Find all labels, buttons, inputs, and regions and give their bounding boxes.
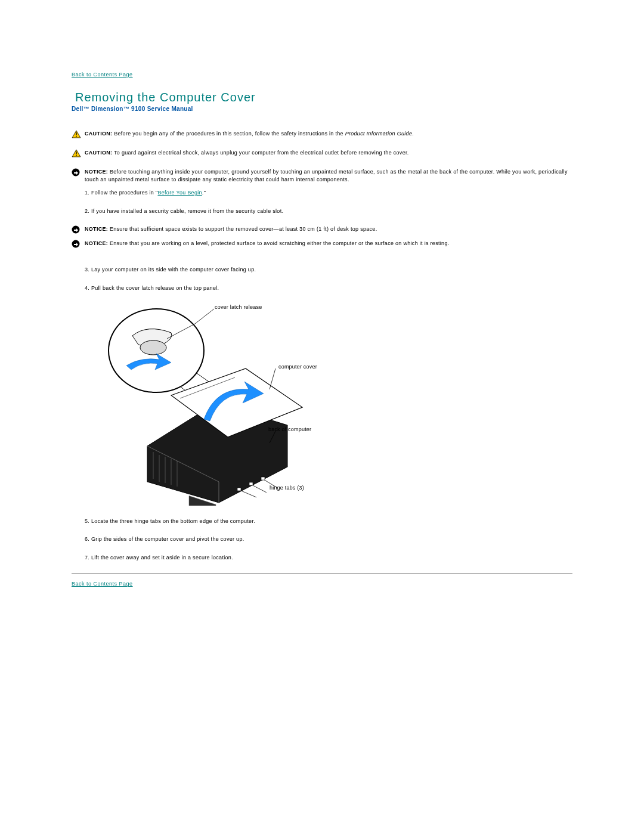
caution-text-2: CAUTION: To guard against electrical sho… — [85, 149, 572, 157]
step1-before: 1. Follow the procedures in " — [85, 190, 157, 196]
svg-rect-5 — [76, 155, 76, 156]
diagram-svg — [91, 303, 389, 506]
before-you-begin-link[interactable]: Before You Begin — [157, 190, 202, 196]
svg-rect-4 — [76, 151, 76, 154]
svg-rect-1 — [76, 132, 76, 135]
step-3: 3. Lay your computer on its side with th… — [85, 266, 572, 274]
caution-row-2: CAUTION: To guard against electrical sho… — [72, 149, 572, 157]
notice-text-3: NOTICE: Ensure that you are working on a… — [85, 240, 572, 247]
divider — [72, 573, 572, 574]
notice-row-3: NOTICE: Ensure that you are working on a… — [72, 240, 572, 248]
steps-list: 1. Follow the procedures in "Before You … — [72, 189, 572, 215]
cover-removal-diagram: cover latch release computer cover back … — [91, 303, 389, 506]
caution-icon — [72, 130, 82, 138]
svg-rect-28 — [249, 482, 253, 485]
notice-label: NOTICE: — [85, 169, 108, 175]
steps-list-cont1: 3. Lay your computer on its side with th… — [72, 266, 572, 292]
svg-line-26 — [240, 490, 256, 497]
caution-italic: Product Information Guide — [345, 131, 413, 137]
label-cover-latch: cover latch release — [215, 304, 262, 310]
step-5: 5. Locate the three hinge tabs on the bo… — [85, 518, 572, 525]
manual-subtitle: Dell™ Dimension™ 9100 Service Manual — [72, 106, 572, 112]
back-to-contents-link-top[interactable]: Back to Contents Page — [72, 72, 133, 78]
caution-text-after: . — [412, 131, 414, 137]
label-hinge-tabs: hinge tabs (3) — [270, 485, 304, 491]
step1-after: ." — [202, 190, 206, 196]
svg-line-25 — [252, 485, 267, 493]
steps-list-cont2: 5. Locate the three hinge tabs on the bo… — [72, 518, 572, 562]
notice1-text: Before touching anything inside your com… — [85, 169, 568, 182]
caution-label: CAUTION: — [85, 131, 112, 137]
back-to-contents-link-bottom[interactable]: Back to Contents Page — [72, 581, 133, 587]
caution-text-1: CAUTION: Before you begin any of the pro… — [85, 130, 572, 138]
notice-label: NOTICE: — [85, 226, 108, 232]
notice-icon — [72, 168, 82, 176]
step-7: 7. Lift the cover away and set it aside … — [85, 554, 572, 562]
notice-icon — [72, 240, 82, 248]
step-2: 2. If you have installed a security cabl… — [85, 208, 572, 215]
notice-icon — [72, 225, 82, 234]
caution-label: CAUTION: — [85, 150, 112, 156]
notice-label: NOTICE: — [85, 240, 108, 246]
svg-line-20 — [195, 309, 214, 324]
step-4: 4. Pull back the cover latch release on … — [85, 284, 572, 292]
notice-row-1: NOTICE: Before touching anything inside … — [72, 168, 572, 183]
svg-rect-2 — [76, 136, 76, 137]
caution-text-before: Before you begin any of the procedures i… — [112, 131, 345, 137]
caution-row-1: CAUTION: Before you begin any of the pro… — [72, 130, 572, 138]
label-back-of-computer: back of computer — [268, 426, 311, 432]
svg-line-22 — [270, 368, 275, 389]
step-1: 1. Follow the procedures in "Before You … — [85, 189, 572, 197]
step-6: 6. Grip the sides of the computer cover … — [85, 535, 572, 543]
caution2-text: To guard against electrical shock, alway… — [112, 150, 408, 156]
svg-rect-27 — [261, 477, 265, 480]
notice3-text: Ensure that you are working on a level, … — [108, 240, 449, 246]
notice-text-2: NOTICE: Ensure that sufficient space exi… — [85, 225, 572, 233]
label-computer-cover: computer cover — [278, 364, 317, 370]
caution-icon — [72, 149, 82, 157]
notice-row-2: NOTICE: Ensure that sufficient space exi… — [72, 225, 572, 234]
notice2-text: Ensure that sufficient space exists to s… — [108, 226, 377, 232]
page-title: Removing the Computer Cover — [75, 91, 572, 104]
svg-rect-29 — [237, 488, 241, 491]
notice-text-1: NOTICE: Before touching anything inside … — [85, 168, 572, 183]
svg-point-10 — [140, 340, 166, 355]
